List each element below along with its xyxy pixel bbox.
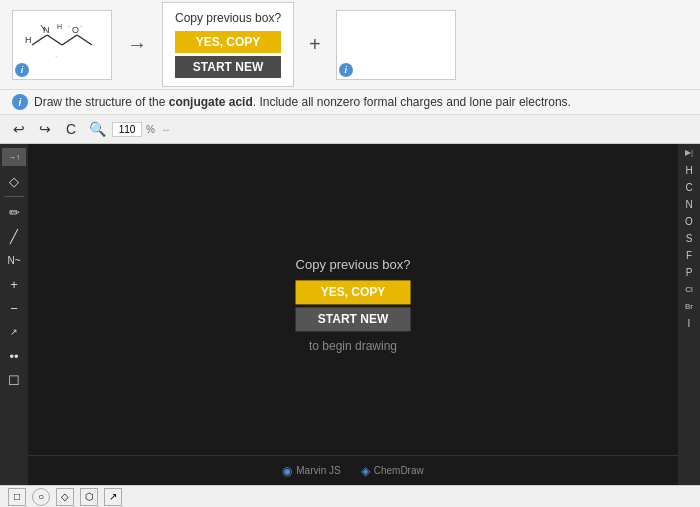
eraser-tool[interactable]: ✏ [2,201,26,223]
right-elements-panel: ▶| H C N O S F P Cl Br I [678,144,700,485]
svg-text:·: · [68,22,70,31]
ring-tool[interactable]: N~ [2,249,26,271]
plus-icon: + [309,33,321,56]
yes-copy-button-center[interactable]: YES, COPY [296,280,411,304]
zoom-level: 110 [112,122,142,137]
center-copy-dialog: Copy previous box? YES, COPY START NEW t… [296,257,411,353]
element-N[interactable]: N [679,196,699,212]
box-select-tool[interactable]: ☐ [2,369,26,391]
clear-button[interactable]: C [60,118,82,140]
answer-box-info[interactable]: i [339,63,353,77]
svg-text:H: H [57,23,62,30]
zoom-button[interactable]: 🔍 [86,118,108,140]
element-P[interactable]: P [679,264,699,280]
instruction-info-icon[interactable]: i [12,94,28,110]
plus-charge-tool[interactable]: + [2,273,26,295]
molecule-1-svg: H N · H O · · [17,15,107,75]
start-new-button-top[interactable]: START NEW [175,56,281,78]
element-I[interactable]: I [679,315,699,331]
center-dialog-title: Copy previous box? [296,257,411,272]
shape-arrow[interactable]: ↗ [104,488,122,506]
molecule-1-info[interactable]: i [15,63,29,77]
drawing-section: ↩ ↪ C 🔍 110 % ↔ →↑ ◇ ✏ ╱ N~ + − [0,115,700,507]
element-S[interactable]: S [679,230,699,246]
molecule-box-1: H N · H O · · i [12,10,112,80]
svg-line-3 [77,35,92,45]
shape-diamond[interactable]: ◇ [56,488,74,506]
svg-text:H: H [25,35,32,45]
minus-charge-tool[interactable]: − [2,297,26,319]
redo-button[interactable]: ↪ [34,118,56,140]
svg-text:O: O [72,25,79,35]
svg-line-2 [62,35,77,45]
element-O[interactable]: O [679,213,699,229]
element-F[interactable]: F [679,247,699,263]
lone-pair-tool[interactable]: •• [2,345,26,367]
tool-group-indicator: →↑ [2,148,26,166]
panel-expand: ▶| [685,148,693,157]
instruction-text: Draw the structure of the conjugate acid… [34,95,571,109]
canvas-row: →↑ ◇ ✏ ╱ N~ + − ↗ •• ☐ Copy previous box… [0,144,700,485]
shape-square[interactable]: □ [8,488,26,506]
zoom-arrows: ↔ [161,124,171,135]
line-tool[interactable]: ╱ [2,225,26,247]
begin-drawing-hint: to begin drawing [296,339,411,353]
instruction-row: i Draw the structure of the conjugate ac… [0,90,700,115]
toolbar-row: ↩ ↪ C 🔍 110 % ↔ [0,115,700,144]
undo-button[interactable]: ↩ [8,118,30,140]
arrow-icon: → [127,33,147,56]
element-Br[interactable]: Br [679,298,699,314]
tool-sep-1 [4,196,24,197]
zoom-percent: % [146,124,155,135]
chemdraw-icon: ◈ [361,464,370,478]
marvin-icon: ◉ [282,464,292,478]
bottom-bar: ◉ Marvin JS ◈ ChemDraw [28,455,678,485]
svg-text:·: · [55,52,57,61]
answer-box: i [336,10,456,80]
copy-dialog-top: Copy previous box? YES, COPY START NEW [162,2,294,87]
svg-text:·: · [80,22,82,31]
shape-hexagon[interactable]: ⬡ [80,488,98,506]
top-section: H N · H O · · i → Copy previous box? YES… [0,0,700,90]
bottom-shapes-toolbar: □ ○ ◇ ⬡ ↗ [0,485,700,507]
page-wrapper: H N · H O · · i → Copy previous box? YES… [0,0,700,507]
shape-circle[interactable]: ○ [32,488,50,506]
yes-copy-button-top[interactable]: YES, COPY [175,31,281,53]
start-new-button-center[interactable]: START NEW [296,307,411,331]
marvin-logo: ◉ Marvin JS [282,464,340,478]
copy-dialog-top-title: Copy previous box? [175,11,281,25]
chain-tool[interactable]: ↗ [2,321,26,343]
svg-line-0 [32,35,47,45]
element-Cl[interactable]: Cl [679,281,699,297]
left-tools-panel: →↑ ◇ ✏ ╱ N~ + − ↗ •• ☐ [0,144,28,485]
chemdraw-label: ChemDraw [374,465,424,476]
chemdraw-logo: ◈ ChemDraw [361,464,424,478]
svg-line-1 [47,35,62,45]
marvin-label: Marvin JS [296,465,340,476]
drawing-canvas[interactable]: Copy previous box? YES, COPY START NEW t… [28,144,678,485]
element-H[interactable]: H [679,162,699,178]
select-tool[interactable]: ◇ [2,170,26,192]
element-C[interactable]: C [679,179,699,195]
